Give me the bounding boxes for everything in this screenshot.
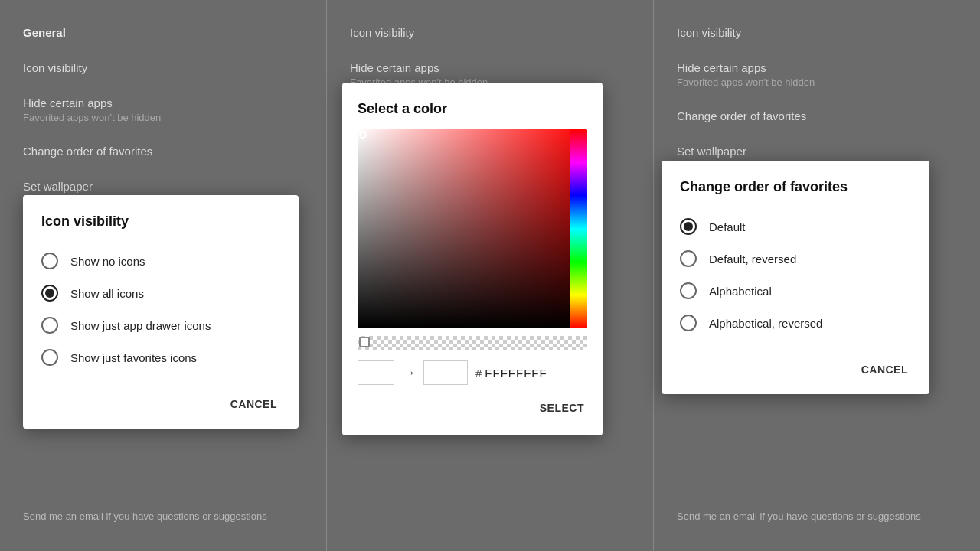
change-order-dialog-title: Change order of favorites xyxy=(680,179,911,195)
radio-default-reversed[interactable]: Default, reversed xyxy=(680,243,911,275)
radio-favorites-icons[interactable]: Show just favorites icons xyxy=(41,341,280,373)
change-order-actions: CANCEL xyxy=(680,351,911,382)
radio-default[interactable]: Default xyxy=(680,210,911,243)
color-hue-bar[interactable] xyxy=(570,129,587,328)
color-picker-title: Select a color xyxy=(358,101,587,117)
color-dialog-actions: SELECT xyxy=(358,396,587,420)
change-order-dialog: Change order of favorites Default Defaul… xyxy=(662,161,929,394)
hex-value[interactable]: FFFFFFFF xyxy=(485,367,547,380)
radio-alphabetical-reversed[interactable]: Alphabetical, reversed xyxy=(680,307,911,339)
radio-circle-alphabetical-reversed xyxy=(680,315,697,331)
color-picker-dialog: Select a color → # FFFFFFFF xyxy=(342,83,603,435)
radio-label-no-icons: Show no icons xyxy=(70,255,145,268)
radio-circle-default xyxy=(680,218,697,235)
radio-label-alphabetical-reversed: Alphabetical, reversed xyxy=(709,317,822,330)
hex-input-row: # FFFFFFFF xyxy=(475,367,547,380)
radio-circle-all-icons xyxy=(41,285,58,302)
color-picker-area[interactable] xyxy=(358,129,587,328)
change-order-dialog-overlay: Change order of favorites Default Defaul… xyxy=(654,0,980,551)
radio-alphabetical[interactable]: Alphabetical xyxy=(680,275,911,307)
center-panel: Icon visibility Hide certain apps Favori… xyxy=(327,0,653,551)
icon-visibility-dialog-overlay: Icon visibility Show no icons Show all i… xyxy=(0,0,326,551)
radio-circle-alphabetical xyxy=(680,282,697,299)
right-panel: Icon visibility Hide certain apps Favori… xyxy=(654,0,980,551)
radio-drawer-icons[interactable]: Show just app drawer icons xyxy=(41,309,280,341)
color-opacity-bar[interactable] xyxy=(358,336,587,350)
color-picker-overlay: Select a color → # FFFFFFFF xyxy=(327,0,653,551)
radio-circle-drawer-icons xyxy=(41,317,58,334)
color-select-button[interactable]: SELECT xyxy=(537,396,587,420)
color-gradient xyxy=(358,129,587,328)
opacity-handle[interactable] xyxy=(359,337,370,347)
color-swatch-old xyxy=(358,360,394,385)
radio-circle-no-icons xyxy=(41,253,58,269)
icon-visibility-dialog-title: Icon visibility xyxy=(41,214,280,230)
radio-label-default-reversed: Default, reversed xyxy=(709,253,796,266)
hex-hash: # xyxy=(475,367,482,380)
icon-visibility-cancel-button[interactable]: CANCEL xyxy=(227,392,280,416)
color-swatch-new xyxy=(423,360,468,385)
radio-label-drawer-icons: Show just app drawer icons xyxy=(70,319,211,332)
color-picker-handle[interactable] xyxy=(359,131,367,139)
color-preview-row: → # FFFFFFFF xyxy=(358,360,587,385)
radio-label-all-icons: Show all icons xyxy=(70,287,144,300)
change-order-cancel-button[interactable]: CANCEL xyxy=(858,357,911,382)
icon-visibility-dialog: Icon visibility Show no icons Show all i… xyxy=(23,195,299,429)
left-panel: General Icon visibility Hide certain app… xyxy=(0,0,326,551)
radio-circle-default-reversed xyxy=(680,250,697,267)
radio-label-favorites-icons: Show just favorites icons xyxy=(70,351,197,364)
radio-circle-favorites-icons xyxy=(41,349,58,366)
radio-all-icons[interactable]: Show all icons xyxy=(41,277,280,309)
icon-visibility-actions: CANCEL xyxy=(41,386,280,416)
radio-no-icons[interactable]: Show no icons xyxy=(41,245,280,277)
radio-label-alphabetical: Alphabetical xyxy=(709,285,772,298)
radio-label-default: Default xyxy=(709,220,746,233)
